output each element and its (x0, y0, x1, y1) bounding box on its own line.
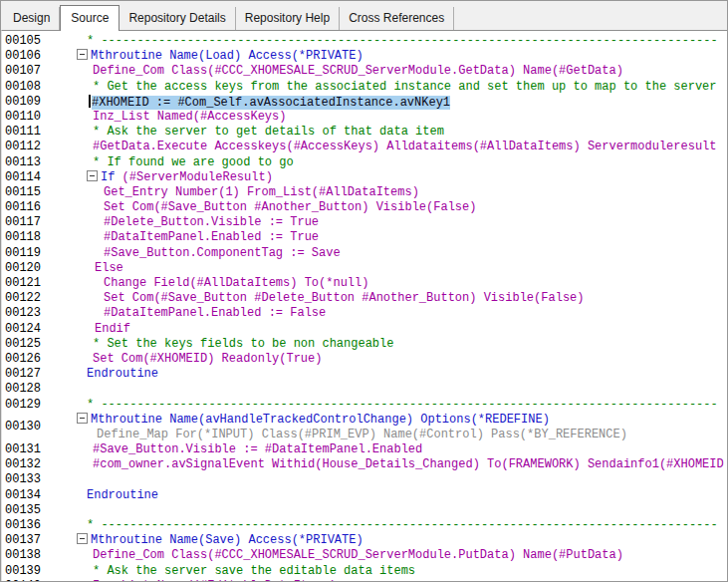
code-line: 00112#GetData.Execute Accesskeys(#Access… (2, 140, 727, 154)
code-text[interactable]: * --------------------------------------… (49, 34, 727, 49)
line-number: 00138 (2, 548, 49, 563)
code-line: 00122Set Com(#Save_Button #Delete_Button… (2, 291, 727, 306)
code-text[interactable]: Endroutine (49, 488, 727, 503)
code-line: 00119#Save_Button.ComponentTag := Save (2, 246, 727, 261)
code-text[interactable]: Mthroutine Name(Save) Access(*PRIVATE) (49, 533, 727, 548)
code-text[interactable]: * Ask the server save the editable data … (49, 564, 727, 579)
code-segment: #DataItemPanel.Enabled := False (104, 306, 326, 320)
line-number: 00112 (2, 140, 49, 154)
line-number: 00108 (2, 80, 49, 95)
code-text[interactable]: #Save_Button.ComponentTag := Save (49, 246, 727, 261)
line-number: 00120 (2, 261, 49, 276)
code-text[interactable]: #DataItemPanel.Enabled := True (49, 230, 727, 245)
line-number: 00117 (2, 215, 49, 230)
code-text[interactable]: Inz_List Named(#EditableDataItems) (49, 579, 727, 581)
code-segment: * Set the keys fields to be non changeab… (93, 337, 393, 351)
tab-design[interactable]: Design (4, 7, 60, 30)
code-text[interactable]: Define_Com Class(#CCC_XHOMESALE_SCRUD_Se… (49, 548, 727, 563)
code-segment: Mthroutine Name(Load) Access(*PRIVATE) (91, 49, 364, 63)
line-number: 00107 (2, 64, 49, 79)
source-code-editor[interactable]: 00105* ---------------------------------… (1, 30, 727, 581)
tab-repository-details[interactable]: Repository Details (120, 7, 235, 30)
code-segment: #com_owner.avSignalEvent Withid(House_De… (93, 457, 724, 471)
code-text[interactable]: Endroutine (49, 367, 727, 382)
line-number: 00130 (2, 428, 49, 442)
code-text[interactable] (49, 382, 727, 397)
code-line: 00124Endif (2, 322, 727, 337)
line-number: 00106 (2, 49, 49, 64)
code-text[interactable]: Endif (49, 322, 727, 337)
code-text[interactable]: Else (49, 261, 727, 276)
line-number: 00129 (2, 398, 49, 413)
code-text[interactable]: Change Field(#AllDataItems) To(*null) (49, 276, 727, 291)
code-text[interactable]: * Ask the server to get details of that … (49, 125, 727, 140)
code-line: 00115Get_Entry Number(1) From_List(#AllD… (2, 185, 727, 200)
collapse-toggle-icon[interactable] (87, 170, 98, 181)
code-segment: #XHOMEID := #Com_Self.avAssociatedInstan… (92, 96, 450, 110)
code-line: 00105* ---------------------------------… (2, 34, 727, 49)
line-number: 00119 (2, 246, 49, 261)
code-segment: Inz_List Named(#AccessKeys) (93, 110, 286, 124)
code-text[interactable]: Set Com(#Save_Button #Delete_Button #Ano… (49, 291, 727, 306)
code-text[interactable]: Get_Entry Number(1) From_List(#AllDataIt… (49, 185, 727, 200)
code-segment: Define_Com Class(#CCC_XHOMESALE_SCRUD_Se… (93, 548, 623, 562)
code-line: 00110Inz_List Named(#AccessKeys) (2, 110, 727, 125)
code-line: 00136* ---------------------------------… (2, 518, 727, 533)
collapse-toggle-icon[interactable] (77, 533, 88, 544)
tab-cross-references[interactable]: Cross References (340, 7, 454, 30)
code-text[interactable]: * Get the access keys from the associate… (49, 80, 727, 95)
code-text[interactable]: Set Com(#Save_Button #Another_Button) Vi… (49, 200, 727, 215)
code-text[interactable]: #Save_Button.Visible := #DataItemPanel.E… (49, 442, 727, 457)
code-segment: Get_Entry Number(1) From_List(#AllDataIt… (104, 185, 419, 199)
code-text[interactable]: If (#ServerModuleResult) (49, 170, 727, 185)
code-line: 00130Define_Map For(*INPUT) Class(#PRIM_… (2, 428, 727, 442)
code-text[interactable]: #Delete_Button.Visible := True (49, 215, 727, 230)
code-text[interactable]: Define_Com Class(#CCC_XHOMESALE_SCRUD_Se… (49, 64, 727, 79)
code-text[interactable]: Define_Map For(*INPUT) Class(#PRIM_EVP) … (49, 428, 727, 442)
code-text[interactable]: Set Com(#XHOMEID) Readonly(True) (49, 352, 727, 367)
code-segment: #Save_Button.ComponentTag := Save (104, 246, 341, 260)
code-line: 00113* If found we are good to go (2, 155, 727, 170)
code-text[interactable]: #XHOMEID := #Com_Self.avAssociatedInstan… (49, 95, 727, 110)
code-text[interactable]: Inz_List Named(#AccessKeys) (49, 110, 727, 125)
code-text[interactable]: * Set the keys fields to be non changeab… (49, 337, 727, 352)
code-line: 00132#com_owner.avSignalEvent Withid(Hou… (2, 457, 727, 472)
line-number: 00124 (2, 322, 49, 337)
collapse-toggle-icon[interactable] (77, 413, 88, 424)
line-number: 00121 (2, 276, 49, 291)
code-segment: #Save_Button.Visible := #DataItemPanel.E… (93, 442, 422, 456)
code-segment: * --------------------------------------… (87, 398, 718, 412)
code-text[interactable] (49, 472, 727, 487)
code-segment: * Ask the server to get details of that … (93, 125, 444, 139)
repository-editor-window: DesignSourceRepository DetailsRepository… (0, 0, 728, 582)
code-segment: #Delete_Button.Visible := True (104, 215, 319, 229)
code-segment: Set Com(#Save_Button #Delete_Button #Ano… (104, 291, 584, 305)
code-text[interactable]: #DataItemPanel.Enabled := False (49, 306, 727, 321)
code-text[interactable]: * If found we are good to go (49, 155, 727, 170)
code-text[interactable]: * --------------------------------------… (49, 518, 727, 533)
line-number: 00105 (2, 34, 49, 49)
line-number: 00111 (2, 125, 49, 140)
code-segment: Endif (95, 322, 130, 336)
code-line: 00121Change Field(#AllDataItems) To(*nul… (2, 276, 727, 291)
code-segment: Define_Com Class(#CCC_XHOMESALE_SCRUD_Se… (93, 64, 623, 78)
code-text[interactable]: #com_owner.avSignalEvent Withid(House_De… (49, 457, 727, 472)
code-text[interactable]: Mthroutine Name(avHandleTrackedControlCh… (49, 413, 727, 428)
code-line: 00133 (2, 472, 727, 487)
code-line: 00131#Save_Button.Visible := #DataItemPa… (2, 442, 727, 457)
tab-repository-help[interactable]: Repository Help (236, 7, 340, 30)
code-line: 00140Inz_List Named(#EditableDataItems) (2, 579, 727, 581)
code-segment: Mthroutine Name(avHandleTrackedControlCh… (91, 413, 550, 427)
code-text[interactable] (49, 503, 727, 518)
code-segment: (#ServerModuleResult) (122, 170, 273, 184)
line-number: 00139 (2, 564, 49, 579)
line-number: 00114 (2, 170, 49, 185)
code-text[interactable]: Mthroutine Name(Load) Access(*PRIVATE) (49, 49, 727, 64)
code-text[interactable]: * --------------------------------------… (49, 398, 727, 413)
code-line: 00111* Ask the server to get details of … (2, 125, 727, 140)
collapse-toggle-icon[interactable] (77, 49, 88, 60)
code-line: 00109#XHOMEID := #Com_Self.avAssociatedI… (2, 95, 727, 110)
line-number: 00136 (2, 518, 49, 533)
code-text[interactable]: #GetData.Execute Accesskeys(#AccessKeys)… (49, 140, 727, 154)
tab-source[interactable]: Source (60, 5, 120, 31)
